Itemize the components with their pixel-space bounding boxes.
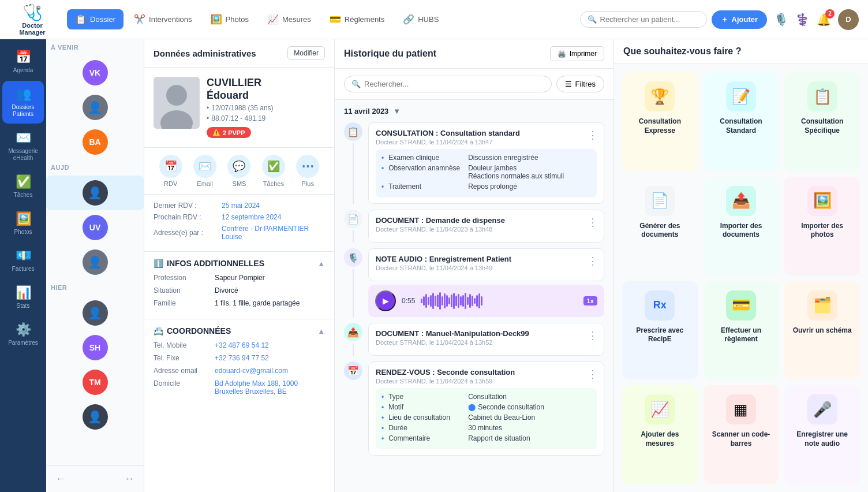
rdv-adresse-row: Adressé(e) par : Confrère - Dr PARMENTIE… [154, 225, 325, 241]
doc-more-2[interactable]: ⋮ [588, 329, 598, 342]
card-importer-docs[interactable]: 📤 Importer des documents [704, 177, 779, 275]
search-input[interactable] [600, 15, 699, 24]
action-taches[interactable]: ✅ Tâches [262, 155, 285, 187]
taches-btn-icon: ✅ [262, 155, 285, 178]
timeline-content-doc2: DOCUMENT : Manuel-Manipulation-Deck99 Do… [368, 323, 604, 356]
doc-more-1[interactable]: ⋮ [588, 216, 598, 229]
user-avatar[interactable]: D [838, 9, 859, 30]
patient-item-tm[interactable]: TM [46, 365, 144, 400]
card-consult-specifique[interactable]: 📋 Consultation Spécifique [784, 72, 860, 171]
date-separator[interactable]: 11 avril 2023 ▼ [344, 107, 604, 115]
filtres-button[interactable]: ☰ Filtres [556, 76, 604, 92]
search-box[interactable]: 🔍 [580, 11, 707, 28]
coords-collapse-icon[interactable]: ▲ [317, 327, 325, 336]
sidebar-item-factures[interactable]: 💶 Factures [2, 243, 44, 278]
doc-sub-2: Docteur STRAND, le 11/04/2024 à 13h52 [376, 339, 597, 346]
infos-collapse-icon[interactable]: ▲ [317, 259, 325, 268]
audio-more[interactable]: ⋮ [588, 255, 598, 267]
tab-hubs[interactable]: 🔗 HUBS [395, 9, 447, 29]
card-scanner[interactable]: ▦ Scanner un code-barres [704, 385, 779, 484]
detail-observation: • Observation anamnèse Douleur jambesRéa… [381, 164, 591, 180]
audio-waveform [421, 292, 577, 310]
sidebar-item-messagerie[interactable]: ✉️ Messagerie eHealth [2, 125, 44, 167]
sidebar-item-dossiers[interactable]: 👥 Dossiers Patients [2, 81, 44, 124]
agenda-icon: 📅 [16, 50, 31, 65]
tab-interventions[interactable]: ✂️ Interventions [126, 9, 200, 29]
top-navigation: 🩺 Doctor Manager 📋 Dossier ✂️ Interventi… [0, 0, 868, 39]
play-button[interactable]: ▶ [375, 290, 396, 311]
tab-photos[interactable]: 🖼️ Photos [203, 9, 257, 29]
card-reglement[interactable]: 💳 Effectuer un règlement [704, 281, 779, 380]
imprimer-button[interactable]: 🖨️ Imprimer [550, 46, 604, 61]
patient-item-ba[interactable]: BA [46, 125, 144, 159]
patient-item-vk[interactable]: VK [46, 55, 144, 90]
card-schema[interactable]: 🗂️ Ouvrir un schéma [784, 281, 860, 380]
interventions-icon: ✂️ [134, 14, 145, 25]
sidebar-item-parametres[interactable]: ⚙️ Paramètres [2, 316, 44, 352]
card-consult-expresse[interactable]: 🏆 Consultation Expresse [622, 72, 698, 171]
rdv-more[interactable]: ⋮ [588, 368, 598, 381]
rdv-detail-lieu: • Lieu de consultation Cabinet du Beau-L… [381, 413, 591, 422]
avatar-active: 👤 [83, 180, 108, 206]
patient-item-active[interactable]: 👤 [46, 176, 144, 210]
doc-icon-2: 📤 [344, 323, 362, 341]
card-prescrire[interactable]: Rx Prescrire avec RecipE [622, 281, 698, 380]
sidebar-item-agenda[interactable]: 📅 Agenda [2, 44, 44, 80]
tab-reglements[interactable]: 💳 Règlements [321, 9, 392, 29]
card-importer-photos[interactable]: 🖼️ Importer des photos [784, 177, 860, 275]
audio-speed[interactable]: 1x [583, 296, 597, 305]
historique-search[interactable]: 🔍 [344, 76, 552, 92]
card-mesures[interactable]: 📈 Ajouter des mesures [622, 385, 698, 484]
parametres-icon: ⚙️ [16, 322, 31, 337]
schema-icon: 🗂️ [807, 290, 837, 320]
action-sms[interactable]: 💬 SMS [227, 155, 250, 187]
scanner-icon: ▦ [726, 394, 756, 424]
add-patient-button[interactable]: ＋ Ajouter [712, 10, 768, 29]
patient-item-uv[interactable]: UV [46, 210, 144, 245]
modifier-button[interactable]: Modifier [287, 46, 325, 60]
tab-mesures[interactable]: 📈 Mesures [259, 9, 319, 29]
actions-grid: 🏆 Consultation Expresse 📝 Consultation S… [614, 64, 868, 492]
patient-item-sh[interactable]: SH [46, 330, 144, 365]
microphone-icon[interactable]: 🎙️ [774, 13, 788, 27]
dossier-panel: Données administratives Modifier CUVILLI… [144, 39, 335, 492]
action-plus[interactable]: ⋯ Plus [296, 155, 319, 187]
card-note-audio[interactable]: 🎤 Enregistrer une note audio [784, 385, 860, 484]
avatar-tm: TM [83, 370, 108, 395]
timeline-icon-col-4: 📤 [344, 323, 362, 356]
dossiers-icon: 👥 [16, 87, 31, 102]
patient-nav-prev[interactable]: ← [51, 471, 70, 487]
patient-nav-next[interactable]: ↔ [119, 471, 139, 487]
dossier-header: Données administratives Modifier [144, 39, 334, 68]
stethoscope-icon[interactable]: ⚕️ [795, 13, 810, 27]
search-icon: 🔍 [588, 15, 597, 24]
action-email[interactable]: ✉️ Email [193, 155, 216, 187]
patient-item-p6[interactable]: 👤 [46, 296, 144, 330]
audio-title: NOTE AUDIO : Enregistrement Patient [376, 255, 597, 263]
email-icon: ✉️ [193, 155, 216, 178]
rdv-detail-duree: • Durée 30 minutes [381, 424, 591, 432]
consult-more-1[interactable]: ⋮ [588, 129, 598, 141]
tab-dossier[interactable]: 📋 Dossier [67, 9, 124, 29]
sidebar-item-photos[interactable]: 🖼️ Photos [2, 206, 44, 241]
card-consult-standard[interactable]: 📝 Consultation Standard [704, 72, 779, 171]
patient-item-p9[interactable]: 👤 [46, 400, 144, 434]
historique-title: Historique du patient [344, 49, 436, 59]
sidebar-item-stats[interactable]: 📊 Stats [2, 279, 44, 315]
coord-domicile-row: Domicile Bd Adolphe Max 188, 1000 Bruxel… [154, 379, 325, 396]
avatar-uv: UV [83, 215, 108, 240]
patient-item-p2[interactable]: 👤 [46, 90, 144, 125]
sidebar-item-taches[interactable]: ✅ Tâches [2, 169, 44, 204]
coords-header: 📇 COORDONNÉES ▲ [154, 326, 325, 336]
avatar-p6: 👤 [83, 300, 108, 326]
audio-time: 0:55 [402, 297, 415, 305]
historique-search-input[interactable] [364, 80, 544, 88]
action-rdv[interactable]: 📅 RDV [159, 155, 182, 187]
rdv-icon: 📅 [159, 155, 182, 178]
rdv-title: RENDEZ-VOUS : Seconde consultation [376, 368, 597, 377]
notifications-button[interactable]: 🔔 2 [817, 13, 831, 27]
photos-nav-icon: 🖼️ [211, 14, 222, 25]
card-generer-docs[interactable]: 📄 Générer des documents [622, 177, 698, 275]
pvpp-badge: ⚠️2 PVPP [207, 127, 251, 138]
patient-item-p5[interactable]: 👤 [46, 245, 144, 279]
